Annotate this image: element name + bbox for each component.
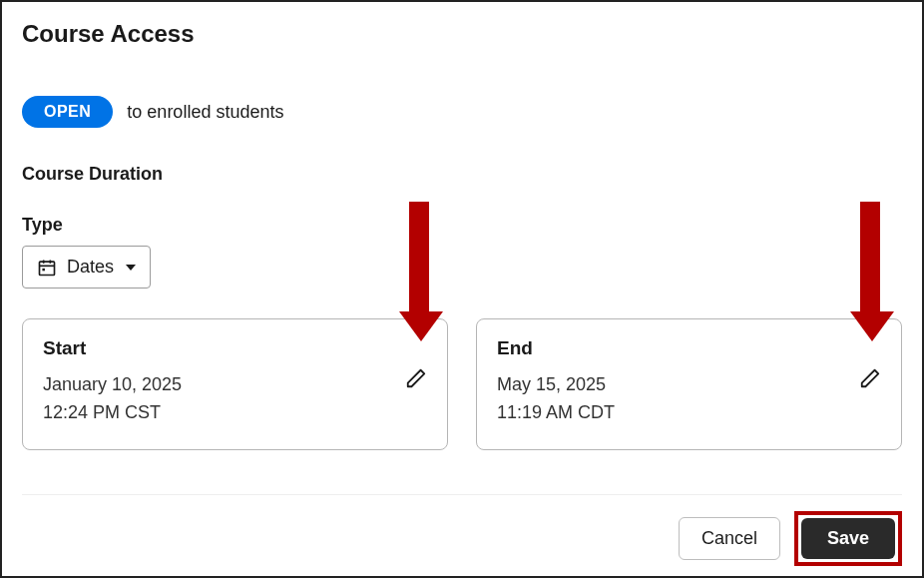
start-date-card: Start January 10, 2025 12:24 PM CST — [22, 318, 448, 450]
edit-start-button[interactable] — [405, 367, 427, 389]
date-cards: Start January 10, 2025 12:24 PM CST End … — [22, 318, 902, 450]
save-highlight: Save — [794, 511, 902, 566]
save-button[interactable]: Save — [801, 518, 895, 559]
start-date: January 10, 2025 — [43, 371, 427, 399]
edit-end-button[interactable] — [859, 367, 881, 389]
annotation-arrow-end — [850, 202, 890, 341]
calendar-icon — [37, 258, 57, 278]
footer-divider — [22, 494, 902, 495]
status-row: OPEN to enrolled students — [22, 96, 902, 128]
course-duration-label: Course Duration — [22, 164, 902, 185]
cancel-button[interactable]: Cancel — [679, 517, 780, 560]
start-label: Start — [43, 337, 427, 359]
svg-rect-0 — [40, 262, 55, 275]
end-date: May 15, 2025 — [497, 371, 881, 399]
status-text: to enrolled students — [127, 102, 283, 123]
chevron-down-icon — [126, 265, 136, 271]
start-time: 12:24 PM CST — [43, 399, 427, 427]
end-date-card: End May 15, 2025 11:19 AM CDT — [476, 318, 902, 450]
footer-buttons: Cancel Save — [22, 511, 902, 566]
type-dropdown[interactable]: Dates — [22, 246, 151, 289]
svg-rect-4 — [42, 268, 45, 271]
type-value: Dates — [67, 257, 114, 278]
end-label: End — [497, 337, 881, 359]
page-title: Course Access — [22, 20, 902, 48]
course-access-panel: Course Access OPEN to enrolled students … — [0, 0, 924, 578]
status-badge[interactable]: OPEN — [22, 96, 113, 128]
type-label: Type — [22, 215, 902, 236]
end-time: 11:19 AM CDT — [497, 399, 881, 427]
annotation-arrow-start — [399, 202, 439, 341]
